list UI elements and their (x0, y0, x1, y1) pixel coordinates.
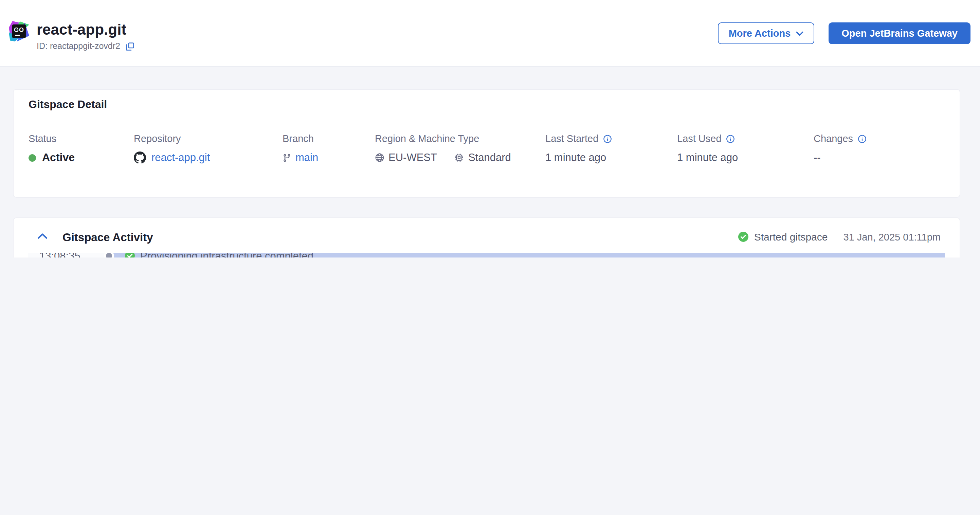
branch-link[interactable]: main (296, 151, 318, 164)
activity-latest-status: Started gitspace 31 Jan, 2025 01:11pm (738, 231, 940, 242)
log-message: Provisioning infrastructure completed (140, 253, 313, 257)
last-used-value: 1 minute ago (677, 151, 738, 164)
log-time: 13:08:35 (40, 253, 81, 257)
info-icon[interactable] (603, 134, 612, 143)
open-gateway-label: Open JetBrains Gateway (842, 28, 958, 39)
status-value: Active (42, 151, 75, 164)
status-active-dot (29, 154, 36, 161)
activity-header: Gitspace Activity Started gitspace 31 Ja… (14, 218, 959, 253)
info-icon[interactable] (858, 134, 867, 143)
repository-link[interactable]: react-app.git (151, 151, 210, 164)
page-header: GO react-app.git ID: reactappgit-zovdr2 … (0, 0, 980, 67)
detail-card-title: Gitspace Detail (29, 99, 107, 111)
github-icon (134, 151, 146, 164)
timeline-dot-icon (106, 253, 112, 257)
check-circle-icon (125, 253, 135, 257)
field-last-started: Last Started 1 minute ago (545, 133, 612, 164)
gitspace-detail-page: GO react-app.git ID: reactappgit-zovdr2 … (0, 0, 980, 257)
log-row: 13:08:35 Provisioning infrastructure com… (28, 253, 945, 257)
status-label: Status (29, 133, 75, 144)
git-branch-icon (283, 153, 291, 162)
latest-event-label: Started gitspace (754, 231, 828, 242)
copy-icon[interactable] (126, 42, 134, 51)
changes-value: -- (814, 151, 821, 164)
chevron-down-icon (796, 31, 803, 36)
header-actions: More Actions Open JetBrains Gateway (718, 22, 970, 44)
field-changes: Changes -- (814, 133, 867, 164)
field-region-machine: Region & Machine Type EU-WEST Standard (375, 133, 511, 164)
field-repository: Repository react-app.git (134, 133, 210, 164)
region-value: EU-WEST (388, 151, 437, 164)
field-status: Status Active (29, 133, 75, 164)
branch-label: Branch (283, 133, 318, 144)
field-branch: Branch main (283, 133, 318, 164)
page-title: react-app.git (37, 21, 134, 39)
region-machine-label: Region & Machine Type (375, 133, 511, 144)
globe-icon (375, 153, 384, 163)
repository-label: Repository (134, 133, 210, 144)
open-jetbrains-gateway-button[interactable]: Open JetBrains Gateway (829, 22, 970, 44)
last-used-label: Last Used (677, 133, 722, 144)
latest-event-timestamp: 31 Jan, 2025 01:11pm (843, 231, 940, 242)
activity-title: Gitspace Activity (62, 231, 153, 244)
chevron-up-icon[interactable] (37, 233, 48, 239)
gitspace-detail-card: Gitspace Detail Status Active Repository… (13, 89, 960, 198)
field-last-used: Last Used 1 minute ago (677, 133, 738, 164)
more-actions-button[interactable]: More Actions (718, 22, 815, 44)
more-actions-label: More Actions (729, 28, 791, 39)
activity-log-viewport[interactable]: 13:08:35 Provisioning infrastructure com… (28, 253, 945, 257)
info-icon[interactable] (726, 134, 735, 143)
machine-type-icon (455, 153, 464, 163)
goland-ide-icon: GO (9, 21, 29, 41)
gitspace-id: ID: reactappgit-zovdr2 (37, 41, 120, 51)
header-identity: GO react-app.git ID: reactappgit-zovdr2 (9, 21, 134, 51)
log-message-cell: Provisioning infrastructure completed (111, 253, 945, 257)
machine-type-value: Standard (468, 151, 511, 164)
check-circle-icon (738, 232, 749, 242)
last-started-label: Last Started (545, 133, 598, 144)
gitspace-activity-card: Gitspace Activity Started gitspace 31 Ja… (13, 217, 960, 257)
changes-label: Changes (814, 133, 853, 144)
last-started-value: 1 minute ago (545, 151, 606, 164)
